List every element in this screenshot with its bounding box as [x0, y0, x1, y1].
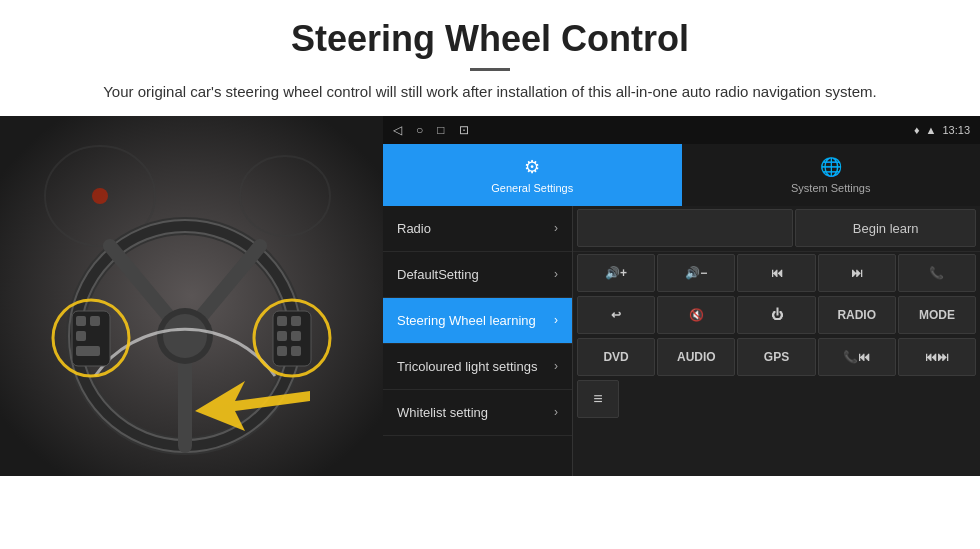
panel-row-5: ≡ [573, 378, 980, 420]
home-nav-icon[interactable]: ○ [416, 123, 423, 137]
menu-icon-button[interactable]: ≡ [577, 380, 619, 418]
chevron-right-icon: › [554, 267, 558, 281]
volume-down-icon: 🔊− [685, 266, 707, 280]
audio-label: AUDIO [677, 350, 716, 364]
menu-item-defaultsetting[interactable]: DefaultSetting › [383, 252, 572, 298]
volume-down-button[interactable]: 🔊− [657, 254, 735, 292]
back-nav-icon[interactable]: ◁ [393, 123, 402, 137]
svg-rect-21 [291, 331, 301, 341]
svg-point-3 [92, 188, 108, 204]
status-time: 13:13 [942, 124, 970, 136]
phone-prev-button[interactable]: 📞⏮ [818, 338, 896, 376]
empty-slot [577, 209, 793, 247]
left-menu: Radio › DefaultSetting › Steering Wheel … [383, 206, 573, 476]
gps-button[interactable]: GPS [737, 338, 815, 376]
panel-row-1: Begin learn [573, 206, 980, 252]
tab-system-label: System Settings [791, 182, 870, 194]
mode-label: MODE [919, 308, 955, 322]
skip-button[interactable]: ⏮⏭ [898, 338, 976, 376]
svg-rect-15 [76, 331, 86, 341]
svg-rect-23 [291, 346, 301, 356]
page-title: Steering Wheel Control [60, 18, 920, 60]
android-panel: ◁ ○ □ ⊡ ♦ ▲ 13:13 ⚙ General Settings 🌐 S… [383, 116, 980, 476]
svg-rect-14 [90, 316, 100, 326]
svg-rect-16 [76, 346, 100, 356]
mute-button[interactable]: 🔇 [657, 296, 735, 334]
menu-default-label: DefaultSetting [397, 267, 479, 282]
nav-icons: ◁ ○ □ ⊡ [393, 123, 469, 137]
panel-row-4: DVD AUDIO GPS 📞⏮ ⏮⏭ [573, 336, 980, 378]
chevron-right-icon: › [554, 359, 558, 373]
page-description: Your original car's steering wheel contr… [60, 81, 920, 104]
back-icon: ↩ [611, 308, 621, 322]
menu-item-radio[interactable]: Radio › [383, 206, 572, 252]
globe-icon: 🌐 [820, 156, 842, 178]
next-icon: ⏭ [851, 266, 863, 280]
svg-rect-13 [76, 316, 86, 326]
gear-icon: ⚙ [524, 156, 540, 178]
phone-icon: 📞 [929, 266, 944, 280]
tab-bar: ⚙ General Settings 🌐 System Settings [383, 144, 980, 206]
phone-button[interactable]: 📞 [898, 254, 976, 292]
right-panel: Begin learn 🔊+ 🔊− ⏮ ⏭ [573, 206, 980, 476]
skip-icon: ⏮⏭ [925, 350, 949, 364]
list-icon: ≡ [593, 390, 602, 408]
svg-rect-18 [277, 316, 287, 326]
car-image-panel [0, 116, 383, 476]
svg-rect-22 [277, 346, 287, 356]
page-header: Steering Wheel Control Your original car… [0, 0, 980, 116]
app-nav-icon[interactable]: ⊡ [459, 123, 469, 137]
power-button[interactable]: ⏻ [737, 296, 815, 334]
svg-point-11 [163, 314, 207, 358]
menu-item-steering-wheel[interactable]: Steering Wheel learning › [383, 298, 572, 344]
steering-wheel-svg [0, 116, 383, 476]
chevron-right-icon: › [554, 221, 558, 235]
mode-button[interactable]: MODE [898, 296, 976, 334]
dvd-button[interactable]: DVD [577, 338, 655, 376]
menu-radio-label: Radio [397, 221, 431, 236]
chevron-right-icon: › [554, 313, 558, 327]
dvd-label: DVD [603, 350, 628, 364]
menu-item-whitelist[interactable]: Whitelist setting › [383, 390, 572, 436]
status-indicators: ♦ ▲ 13:13 [914, 124, 970, 136]
radio-button[interactable]: RADIO [818, 296, 896, 334]
menu-steering-label: Steering Wheel learning [397, 313, 536, 328]
tab-general-label: General Settings [491, 182, 573, 194]
menu-item-tricoloured[interactable]: Tricoloured light settings › [383, 344, 572, 390]
radio-label: RADIO [837, 308, 876, 322]
location-icon: ♦ [914, 124, 920, 136]
menu-tricoloured-label: Tricoloured light settings [397, 359, 537, 374]
prev-icon: ⏮ [771, 266, 783, 280]
content-area: Radio › DefaultSetting › Steering Wheel … [383, 206, 980, 476]
signal-icon: ▲ [926, 124, 937, 136]
volume-up-icon: 🔊+ [605, 266, 627, 280]
main-content: ◁ ○ □ ⊡ ♦ ▲ 13:13 ⚙ General Settings 🌐 S… [0, 116, 980, 476]
gps-label: GPS [764, 350, 789, 364]
panel-row-3: ↩ 🔇 ⏻ RADIO MODE [573, 294, 980, 336]
audio-button[interactable]: AUDIO [657, 338, 735, 376]
recent-nav-icon[interactable]: □ [437, 123, 444, 137]
svg-rect-19 [291, 316, 301, 326]
next-track-button[interactable]: ⏭ [818, 254, 896, 292]
tab-general-settings[interactable]: ⚙ General Settings [383, 144, 682, 206]
power-icon: ⏻ [771, 308, 783, 322]
tab-system-settings[interactable]: 🌐 System Settings [682, 144, 981, 206]
prev-track-button[interactable]: ⏮ [737, 254, 815, 292]
chevron-right-icon: › [554, 405, 558, 419]
volume-up-button[interactable]: 🔊+ [577, 254, 655, 292]
status-bar: ◁ ○ □ ⊡ ♦ ▲ 13:13 [383, 116, 980, 144]
mute-icon: 🔇 [689, 308, 704, 322]
panel-row-2: 🔊+ 🔊− ⏮ ⏭ 📞 [573, 252, 980, 294]
phone-prev-icon: 📞⏮ [843, 350, 870, 364]
title-divider [470, 68, 510, 71]
menu-whitelist-label: Whitelist setting [397, 405, 488, 420]
back-button[interactable]: ↩ [577, 296, 655, 334]
svg-rect-20 [277, 331, 287, 341]
begin-learn-button[interactable]: Begin learn [795, 209, 976, 247]
car-background [0, 116, 383, 476]
